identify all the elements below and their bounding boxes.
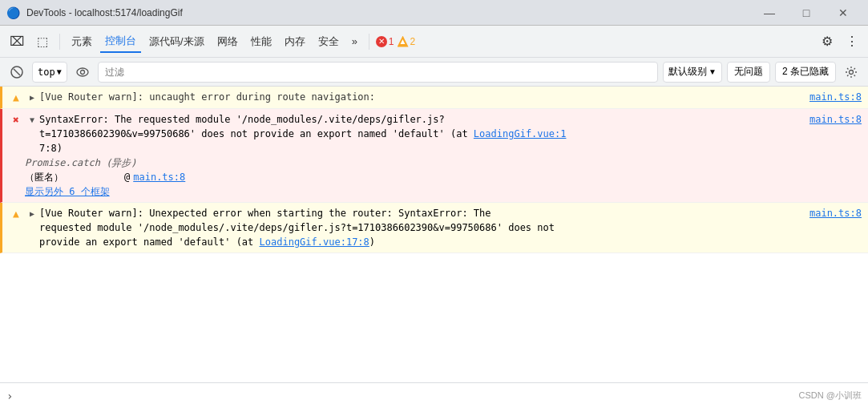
tab-sources[interactable]: 源代码/来源 xyxy=(144,30,209,53)
stack-source-link[interactable]: main.ts:8 xyxy=(133,170,185,184)
log-entry-error-1: ✖ ▼ SyntaxError: The requested module '/… xyxy=(0,109,868,203)
warn2-main-row: [Vue Router warn]: Unexpected error when… xyxy=(39,206,862,249)
warn-icon: ▲ xyxy=(398,36,409,47)
svg-point-2 xyxy=(77,68,88,76)
stack-trace: Promise.catch (异步) （匿名） @ main.ts:8 显示另外… xyxy=(9,156,185,199)
level-label: 默认级别 xyxy=(668,65,707,79)
main-toolbar: ⌧ ⬚ 元素 控制台 源代码/来源 网络 性能 内存 安全 » ✕ 1 ▲ 2 … xyxy=(0,26,868,58)
more-options-button[interactable]: ⋮ xyxy=(841,30,863,53)
anonymous-label: （匿名） xyxy=(25,170,121,184)
eye-filter-button[interactable] xyxy=(72,62,93,83)
show-more-link[interactable]: 显示另外 6 个框架 xyxy=(25,186,110,197)
no-issues-label: 无问题 xyxy=(734,65,763,79)
expand-error-1[interactable]: ▼ xyxy=(26,114,38,125)
level-chevron-icon: ▼ xyxy=(709,67,717,76)
more-tabs-button[interactable]: » xyxy=(347,30,362,53)
tab-security[interactable]: 安全 xyxy=(313,30,344,53)
clear-console-button[interactable] xyxy=(6,62,27,83)
warn-icon-2: ▲ xyxy=(9,207,23,221)
console-input-row: › xyxy=(0,382,868,408)
error-line1: SyntaxError: The requested module '/node… xyxy=(39,114,445,125)
warn-icon-1: ▲ xyxy=(9,91,23,105)
main-content: top ▼ 默认级别 ▼ 无问题 2 条已隐藏 ▲ ▶ xyxy=(0,58,868,408)
toolbar-separator xyxy=(59,34,60,50)
warn2-text-2: requested module '/node_modules/.vite/de… xyxy=(39,222,555,233)
tab-network[interactable]: 网络 xyxy=(212,30,243,53)
window-controls: — □ ✕ xyxy=(751,0,862,26)
watermark: CSDN @小训班 xyxy=(799,390,862,402)
error-icon: ✕ xyxy=(376,36,387,47)
console-log-area: ▲ ▶ [Vue Router warn]: uncaught error du… xyxy=(0,87,868,382)
maximize-button[interactable]: □ xyxy=(788,0,825,26)
console-toolbar: top ▼ 默认级别 ▼ 无问题 2 条已隐藏 xyxy=(0,58,868,87)
expand-warn-2[interactable]: ▶ xyxy=(26,208,38,219)
context-label: top xyxy=(38,67,55,78)
tab-memory[interactable]: 内存 xyxy=(280,30,310,53)
inspect-element-button[interactable]: ⌧ xyxy=(5,30,29,53)
close-button[interactable]: ✕ xyxy=(825,0,862,26)
log-entry-warn-2: ▲ ▶ [Vue Router warn]: Unexpected error … xyxy=(0,203,868,253)
warn2-text-3: provide an export named 'default' (at xyxy=(39,236,260,248)
svg-line-1 xyxy=(14,69,20,75)
tab-console[interactable]: 控制台 xyxy=(100,30,141,53)
warn2-text-block: [Vue Router warn]: Unexpected error when… xyxy=(39,206,803,249)
error-main-row: SyntaxError: The requested module '/node… xyxy=(39,112,862,156)
console-settings-button[interactable] xyxy=(841,62,862,83)
expand-warn-1[interactable]: ▶ xyxy=(26,91,38,103)
settings-button[interactable]: ⚙ xyxy=(817,30,838,53)
level-selector[interactable]: 默认级别 ▼ xyxy=(663,62,722,83)
warn2-source[interactable]: main.ts:8 xyxy=(809,206,862,249)
warn-text-1: [Vue Router warn]: uncaught error during… xyxy=(39,90,375,104)
show-more-frames: 显示另外 6 个框架 xyxy=(25,184,185,199)
promise-catch-label: Promise.catch (异步) xyxy=(25,157,137,168)
console-prompt-icon: › xyxy=(6,390,13,402)
tab-elements[interactable]: 元素 xyxy=(67,30,97,53)
toolbar-separator-2 xyxy=(369,34,369,50)
error-line2: t=1710386602390&v=99750686' does not pro… xyxy=(39,128,474,139)
filter-input[interactable] xyxy=(98,62,658,83)
error-text-block: SyntaxError: The requested module '/node… xyxy=(39,112,566,156)
svg-point-3 xyxy=(80,70,84,74)
stack-frame-2: （匿名） @ main.ts:8 xyxy=(25,170,185,184)
warn2-end: ) xyxy=(369,236,375,248)
tab-performance[interactable]: 性能 xyxy=(246,30,277,53)
hidden-count-button[interactable]: 2 条已隐藏 xyxy=(775,62,836,83)
context-selector[interactable]: top ▼ xyxy=(32,62,67,83)
warn2-link[interactable]: LoadingGif.vue:17:8 xyxy=(260,236,369,248)
svg-point-4 xyxy=(850,70,854,74)
warn-source-1[interactable]: main.ts:8 xyxy=(809,90,862,104)
no-issues-button[interactable]: 无问题 xyxy=(727,62,770,83)
warn-badge: ▲ 2 xyxy=(398,36,416,47)
device-toolbar-button[interactable]: ⬚ xyxy=(32,30,53,53)
error-icon-1: ✖ xyxy=(9,113,23,127)
error-badge: ✕ 1 xyxy=(376,36,394,47)
log-content-warn-1: [Vue Router warn]: uncaught error during… xyxy=(39,90,862,104)
hidden-count-label: 2 条已隐藏 xyxy=(782,65,829,79)
warn2-text-1: [Vue Router warn]: Unexpected error when… xyxy=(39,208,491,219)
error-link-1[interactable]: LoadingGif.vue:1 xyxy=(474,128,567,139)
chevron-down-icon: ▼ xyxy=(57,67,62,76)
window-title: DevTools - localhost:5174/loadingGif xyxy=(26,7,745,18)
console-input[interactable] xyxy=(18,390,862,402)
error-line3: 7:8) xyxy=(39,143,63,154)
stack-frame-1: Promise.catch (异步) xyxy=(25,156,185,170)
at-label: @ xyxy=(124,170,130,184)
app-icon: 🔵 xyxy=(6,6,20,19)
log-entry-warn-1: ▲ ▶ [Vue Router warn]: uncaught error du… xyxy=(0,87,868,109)
minimize-button[interactable]: — xyxy=(751,0,788,26)
title-bar: 🔵 DevTools - localhost:5174/loadingGif —… xyxy=(0,0,868,26)
error-source-1[interactable]: main.ts:8 xyxy=(809,112,862,156)
